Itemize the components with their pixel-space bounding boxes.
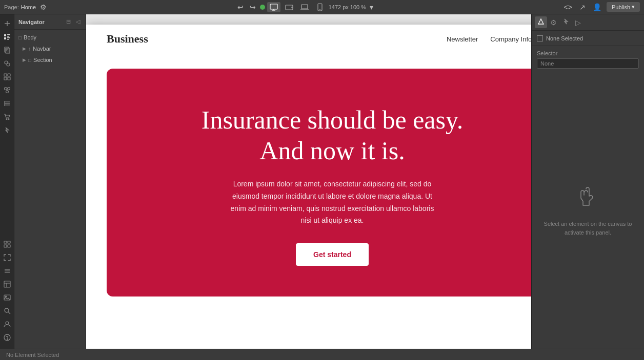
canvas-frame: Business Newsletter Company Info Help In… bbox=[86, 25, 531, 349]
none-selected-checkbox[interactable] bbox=[537, 35, 543, 41]
svg-point-48 bbox=[5, 308, 9, 312]
svg-rect-25 bbox=[4, 77, 7, 80]
toolbar-left: Page: Home ⚙ bbox=[4, 2, 49, 12]
add-element-btn[interactable] bbox=[1, 17, 13, 30]
svg-point-35 bbox=[8, 119, 9, 120]
icon-sidebar bbox=[0, 14, 14, 349]
nav-newsletter[interactable]: Newsletter bbox=[447, 35, 478, 43]
page-settings-btn[interactable]: ⚙ bbox=[38, 2, 49, 12]
site-logo: Business bbox=[107, 32, 148, 46]
device-desktop-btn[interactable] bbox=[267, 2, 280, 12]
preview-btn[interactable]: ↗ bbox=[577, 2, 588, 12]
device-mobile-btn[interactable] bbox=[313, 2, 327, 12]
select-tool-btn[interactable] bbox=[1, 238, 13, 250]
navigator-header: Navigator ⊟ ◁ bbox=[14, 14, 86, 30]
svg-point-27 bbox=[4, 88, 7, 90]
navbar-expand-icon: ▶ bbox=[23, 46, 26, 51]
svg-rect-15 bbox=[7, 37, 10, 38]
assets-btn[interactable] bbox=[1, 57, 13, 70]
pages-btn[interactable] bbox=[1, 44, 13, 56]
tree-item-section-label: Section bbox=[33, 57, 52, 63]
data-btn[interactable] bbox=[1, 97, 13, 110]
style-tool-btn[interactable] bbox=[535, 16, 547, 28]
right-panel: ⚙ ▷ None Selected Selector Select an ele… bbox=[531, 14, 644, 349]
publish-label: Publish bbox=[612, 4, 630, 10]
undo-btn[interactable]: ↩ bbox=[235, 2, 246, 12]
svg-rect-23 bbox=[4, 74, 7, 76]
device-laptop-btn[interactable] bbox=[298, 2, 311, 12]
right-panel-header: None Selected bbox=[532, 31, 644, 46]
navigator-tree: □ Body ▶ ↑ Navbar ▶ □ Section bbox=[14, 30, 86, 68]
viewport-width: 1472 bbox=[329, 4, 341, 10]
navigator-btn[interactable] bbox=[1, 31, 13, 43]
tree-item-navbar[interactable]: ▶ ↑ Navbar bbox=[14, 43, 86, 54]
navigator-panel-hide-btn[interactable]: ◁ bbox=[74, 18, 82, 26]
tree-item-navbar-label: Navbar bbox=[33, 46, 51, 52]
navigator-title: Navigator bbox=[18, 19, 45, 25]
svg-point-50 bbox=[6, 322, 9, 325]
status-indicator bbox=[260, 5, 265, 10]
hand-pointer-icon bbox=[576, 185, 600, 214]
device-tablet-landscape-btn[interactable] bbox=[283, 2, 296, 12]
ecommerce-btn[interactable] bbox=[1, 111, 13, 123]
svg-rect-24 bbox=[8, 74, 10, 76]
zoom-dropdown-btn[interactable]: ▾ bbox=[368, 2, 375, 12]
styles-btn[interactable] bbox=[1, 84, 13, 96]
svg-point-4 bbox=[292, 7, 292, 7]
viewport-zoom: 100 bbox=[350, 4, 359, 10]
table-view-btn[interactable] bbox=[1, 278, 13, 290]
viewport-info: 1472 px 100 % ▾ bbox=[329, 2, 375, 12]
site-nav: Business Newsletter Company Info Help bbox=[86, 25, 531, 53]
grid-view-btn[interactable] bbox=[1, 265, 13, 277]
svg-point-29 bbox=[6, 91, 8, 93]
svg-line-49 bbox=[8, 312, 10, 314]
site-nav-links: Newsletter Company Info Help bbox=[447, 35, 531, 43]
code-view-btn[interactable]: <> bbox=[562, 2, 574, 12]
search-btn[interactable] bbox=[1, 305, 13, 317]
svg-rect-16 bbox=[7, 39, 9, 40]
toolbar-center: ↩ ↪ 1472 px 100 % ▾ bbox=[53, 2, 557, 12]
settings-panel-btn[interactable]: ⚙ bbox=[548, 17, 559, 28]
publish-btn[interactable]: Publish ▾ bbox=[607, 2, 640, 12]
svg-rect-43 bbox=[4, 281, 10, 287]
top-toolbar: Page: Home ⚙ ↩ ↪ 1472 px 100 % ▾ <> ↗ 👤 bbox=[0, 0, 644, 14]
navigator-collapse-btn[interactable]: ⊟ bbox=[65, 18, 72, 26]
main-layout: Navigator ⊟ ◁ □ Body ▶ ↑ Navbar ▶ □ Sect… bbox=[0, 14, 644, 349]
redo-btn[interactable]: ↪ bbox=[248, 2, 258, 12]
tree-item-section[interactable]: ▶ □ Section bbox=[14, 54, 86, 66]
section-expand-icon: ▶ bbox=[23, 57, 26, 62]
page-name: Home bbox=[21, 4, 36, 10]
right-panel-placeholder: Select an element on the canvas to activ… bbox=[532, 73, 644, 349]
hero-cta-btn[interactable]: Get started bbox=[296, 243, 369, 266]
components-btn[interactable] bbox=[1, 71, 13, 83]
svg-point-47 bbox=[5, 296, 6, 297]
interactions-panel-btn[interactable] bbox=[560, 16, 572, 28]
selector-input[interactable] bbox=[537, 58, 639, 69]
svg-rect-12 bbox=[4, 37, 6, 39]
account-btn[interactable]: 👤 bbox=[591, 2, 603, 12]
svg-rect-0 bbox=[270, 4, 277, 9]
fullscreen-btn[interactable] bbox=[1, 251, 13, 264]
svg-rect-38 bbox=[4, 245, 7, 247]
navbar-icon: ↑ bbox=[28, 46, 31, 52]
nav-company-info[interactable]: Company Info bbox=[490, 35, 531, 43]
none-selected-label: None Selected bbox=[546, 35, 583, 41]
svg-rect-26 bbox=[8, 77, 10, 80]
image-btn[interactable] bbox=[1, 291, 13, 304]
interactions-btn[interactable] bbox=[1, 124, 13, 136]
canvas-area: Business Newsletter Company Info Help In… bbox=[86, 14, 531, 349]
svg-rect-36 bbox=[4, 241, 7, 243]
body-icon: □ bbox=[18, 35, 22, 40]
nav-panel-btn[interactable]: ▷ bbox=[573, 17, 583, 28]
svg-rect-13 bbox=[7, 34, 10, 35]
selector-label: Selector bbox=[537, 50, 639, 56]
account-side-btn[interactable] bbox=[1, 318, 13, 330]
viewport-unit: px bbox=[343, 4, 349, 10]
tree-item-body[interactable]: □ Body bbox=[14, 32, 86, 43]
svg-rect-39 bbox=[8, 245, 10, 247]
bottom-bar: No Element Selected bbox=[0, 349, 644, 360]
hero-subtitle: Lorem ipsum dolor sit amet, consectetur … bbox=[225, 178, 440, 227]
svg-point-34 bbox=[6, 119, 7, 120]
help-btn[interactable] bbox=[1, 331, 13, 344]
svg-point-22 bbox=[7, 63, 10, 66]
